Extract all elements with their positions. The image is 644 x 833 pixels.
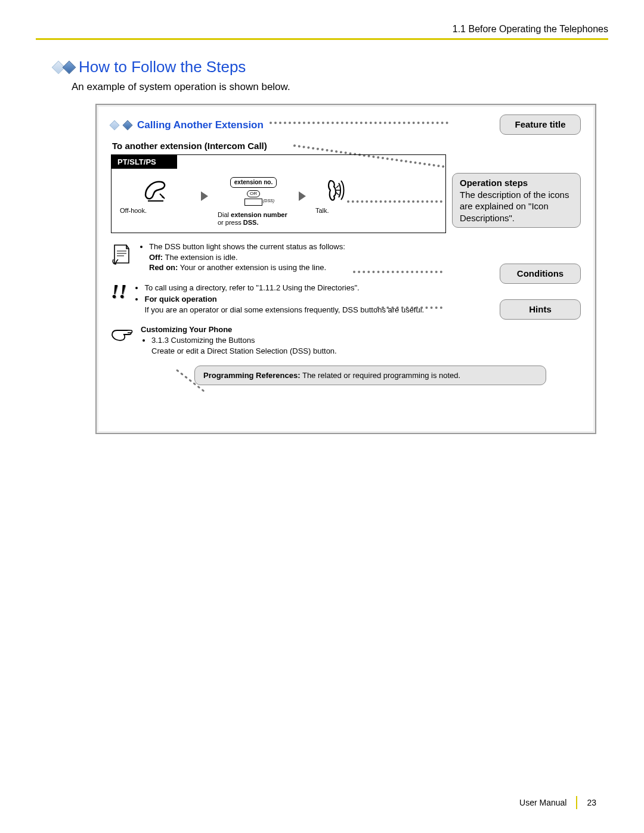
section-intro: An example of system operation is shown … [72,81,608,93]
cond-off-b: Off: [149,253,163,262]
hand-point-icon [111,324,134,342]
step-caption: Dial extension number or press DSS. [218,211,289,227]
cond-red-b: Red on: [149,263,178,272]
or-label: OR [247,190,260,197]
diamond-icon [110,120,120,131]
diamond-pair-icon [54,63,74,72]
op-steps-text: The description of the icons are explain… [460,189,573,224]
callout-feature-title: Feature title [500,114,581,135]
hints-icon: !! [111,283,126,301]
hints-quick-b: For quick operation [144,295,216,304]
custom-title: Customizing Your Phone [141,324,581,335]
section-heading-row: How to Follow the Steps [54,58,608,76]
cond-line: The DSS button light shows the current s… [149,242,345,251]
prog-ref-b: Programming References: [203,371,301,380]
callout-operation-steps: Operation steps The description of the i… [452,173,581,228]
cond-red-t: Your or another extension is using the l… [178,263,326,272]
example-frame: Feature title Operation steps The descri… [95,104,596,434]
step-caption: Off-hook. [120,207,191,215]
dotted-connector [353,271,442,273]
feature-title: Calling Another Extension [137,119,264,131]
dotted-connector [377,306,442,309]
talk-icon [323,177,349,203]
breadcrumb: 1.1 Before Operating the Telephones [36,24,608,35]
step-offhook: Off-hook. [120,177,191,215]
operation-tab: PT/SLT/PS [112,155,177,169]
section-title: How to Follow the Steps [79,58,246,76]
extension-no-box: extension no. [230,177,277,188]
footer: User Manual 23 [519,796,596,809]
header-rule [36,38,608,40]
step-caption: Talk. [315,207,357,215]
arrow-icon [201,191,208,201]
programming-references: Programming References: The related or r… [194,366,546,385]
svg-line-1 [177,370,204,391]
footer-divider [576,796,577,809]
op-steps-title: Operation steps [460,177,573,189]
feature-subtitle: To another extension (Intercom Call) [112,141,581,151]
dotted-connector [174,367,210,397]
offhook-icon [142,177,169,203]
cond-off-t: The extension is idle. [163,253,238,262]
step-dial: extension no. OR Dial extension number o… [218,177,289,227]
arrow-icon [299,191,306,201]
dss-button-icon [244,199,262,206]
note-icon [111,241,131,265]
customizing-block: Customizing Your Phone 3.1.3 Customizing… [111,324,581,357]
callout-hints: Hints [500,299,581,320]
footer-manual: User Manual [519,798,566,807]
custom-desc: Create or edit a Direct Station Selectio… [151,346,337,355]
custom-item: 3.1.3 Customizing the Buttons [151,336,255,345]
prog-ref-t: The related or required programming is n… [301,371,461,380]
step-talk: Talk. [315,177,357,215]
footer-page: 23 [587,798,596,807]
hints-line1: To call using a directory, refer to "1.1… [144,283,581,293]
operation-box: PT/SLT/PS Off-hook. extension no. [111,154,446,233]
dotted-connector [270,122,448,124]
diamond-icon [123,120,133,131]
callout-conditions: Conditions [500,264,581,284]
